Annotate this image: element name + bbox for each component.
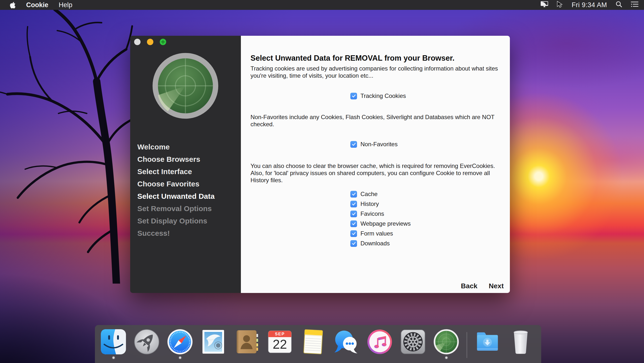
- checkbox-checked-icon[interactable]: [350, 230, 357, 237]
- checkbox-label[interactable]: Form values: [360, 230, 393, 237]
- step-choose-favorites: Choose Favorites: [137, 178, 214, 190]
- itunes-music-icon: [367, 329, 393, 355]
- messages-bubble-icon: [333, 329, 360, 355]
- checkbox-label[interactable]: Cache: [360, 190, 378, 198]
- checkbox-label[interactable]: Non-Favorites: [360, 141, 398, 148]
- step-set-display-options: Set Display Options: [137, 215, 214, 227]
- checkbox-checked-icon[interactable]: [350, 141, 357, 148]
- checkbox-row-form-values[interactable]: Form values: [350, 230, 393, 237]
- dock-item-safari[interactable]: [167, 329, 193, 358]
- downloads-folder-icon: [474, 329, 500, 355]
- cookie-radar-icon: [433, 329, 459, 355]
- step-choose-browsers: Choose Browsers: [137, 153, 214, 166]
- dock-item-cookie[interactable]: [433, 329, 459, 358]
- checkbox-checked-icon[interactable]: [350, 191, 357, 198]
- nonfavorites-description: Non-Favorites include any Cookies, Flash…: [250, 114, 500, 128]
- running-indicator: [179, 356, 181, 359]
- step-set-removal-options: Set Removal Options: [137, 202, 214, 215]
- dock-item-finder[interactable]: [100, 329, 126, 358]
- checkbox-label[interactable]: Downloads: [360, 240, 390, 247]
- checkbox-row-favicons[interactable]: Favicons: [350, 210, 384, 217]
- back-button[interactable]: Back: [461, 282, 477, 290]
- spotlight-search-icon[interactable]: [616, 1, 622, 9]
- checkbox-checked-icon[interactable]: [350, 201, 357, 208]
- notes-icon: [300, 329, 326, 355]
- calendar-month-label: SEP: [267, 332, 293, 336]
- wizard-sidebar: Welcome Choose Browsers Select Interface…: [130, 36, 241, 293]
- checkbox-label[interactable]: Webpage previews: [360, 220, 411, 227]
- checkbox-checked-icon[interactable]: [350, 93, 357, 100]
- checkbox-checked-icon[interactable]: [350, 240, 357, 247]
- minimize-button[interactable]: [147, 39, 153, 45]
- cache-description: You can also choose to clear the browser…: [250, 162, 500, 184]
- cookie-wizard-window: Welcome Choose Browsers Select Interface…: [130, 36, 510, 293]
- tracking-description: Tracking cookies are used by advertising…: [250, 65, 500, 79]
- menu-item-help[interactable]: Help: [59, 1, 72, 9]
- menu-app-name[interactable]: Cookie: [26, 1, 48, 9]
- trash-icon: [508, 329, 534, 355]
- dock-item-calendar[interactable]: SEP 22: [267, 329, 293, 358]
- menu-clock[interactable]: Fri 9:34 AM: [572, 1, 607, 9]
- dock-item-itunes[interactable]: [367, 329, 393, 358]
- dock: SEP 22: [95, 325, 541, 363]
- launchpad-rocket-icon: [134, 329, 160, 355]
- step-select-interface: Select Interface: [137, 166, 214, 178]
- dock-separator: [466, 332, 467, 358]
- dock-item-notes[interactable]: [300, 329, 326, 358]
- next-button[interactable]: Next: [489, 282, 504, 290]
- checkbox-row-downloads[interactable]: Downloads: [350, 240, 390, 247]
- safari-compass-icon: [167, 329, 193, 355]
- cursor-icon[interactable]: [557, 1, 563, 9]
- dock-item-contacts[interactable]: [234, 329, 260, 358]
- close-button[interactable]: [134, 39, 140, 45]
- checkbox-label[interactable]: Favicons: [360, 210, 384, 217]
- dock-item-trash[interactable]: [508, 329, 534, 358]
- menu-bar: Cookie Help Fri 9:34 AM: [0, 0, 644, 10]
- step-success: Success!: [137, 227, 214, 240]
- step-welcome: Welcome: [137, 141, 214, 153]
- running-indicator: [112, 356, 115, 359]
- dock-item-launchpad[interactable]: [134, 329, 160, 358]
- checkbox-label[interactable]: Tracking Cookies: [360, 92, 406, 100]
- plus-icon: [160, 40, 166, 44]
- wizard-content: Select Unwanted Data for REMOVAL from yo…: [241, 36, 510, 293]
- checkbox-label[interactable]: History: [360, 200, 379, 208]
- dock-item-system-preferences[interactable]: [400, 329, 426, 358]
- notification-center-icon[interactable]: [631, 1, 638, 9]
- display-icon[interactable]: [540, 1, 548, 9]
- checkbox-checked-icon[interactable]: [350, 210, 357, 217]
- radar-icon: [152, 52, 219, 119]
- step-select-unwanted-data: Select Unwanted Data: [137, 190, 214, 202]
- mail-stamp-icon: [200, 329, 226, 355]
- apple-menu[interactable]: [9, 2, 16, 8]
- page-title: Select Unwanted Data for REMOVAL from yo…: [250, 54, 454, 63]
- finder-icon: [100, 329, 126, 355]
- checkbox-row-webpage-previews[interactable]: Webpage previews: [350, 220, 411, 227]
- checkbox-row-non-favorites[interactable]: Non-Favorites: [350, 141, 398, 148]
- apple-logo-icon: [10, 2, 16, 8]
- wizard-steps: Welcome Choose Browsers Select Interface…: [137, 141, 214, 240]
- dock-item-mail[interactable]: [200, 329, 226, 358]
- gear-icon: [400, 329, 426, 355]
- zoom-button[interactable]: [160, 39, 166, 45]
- dock-item-downloads-folder[interactable]: [474, 329, 500, 358]
- checkbox-row-history[interactable]: History: [350, 200, 379, 208]
- running-indicator: [445, 356, 448, 359]
- checkbox-row-tracking-cookies[interactable]: Tracking Cookies: [350, 92, 406, 100]
- checkbox-row-cache[interactable]: Cache: [350, 190, 378, 198]
- checkbox-checked-icon[interactable]: [350, 220, 357, 227]
- dock-item-messages[interactable]: [333, 329, 360, 358]
- calendar-day-label: 22: [267, 337, 293, 352]
- contacts-book-icon: [234, 329, 260, 355]
- tree-silhouette: [0, 8, 134, 284]
- traffic-lights: [134, 39, 166, 45]
